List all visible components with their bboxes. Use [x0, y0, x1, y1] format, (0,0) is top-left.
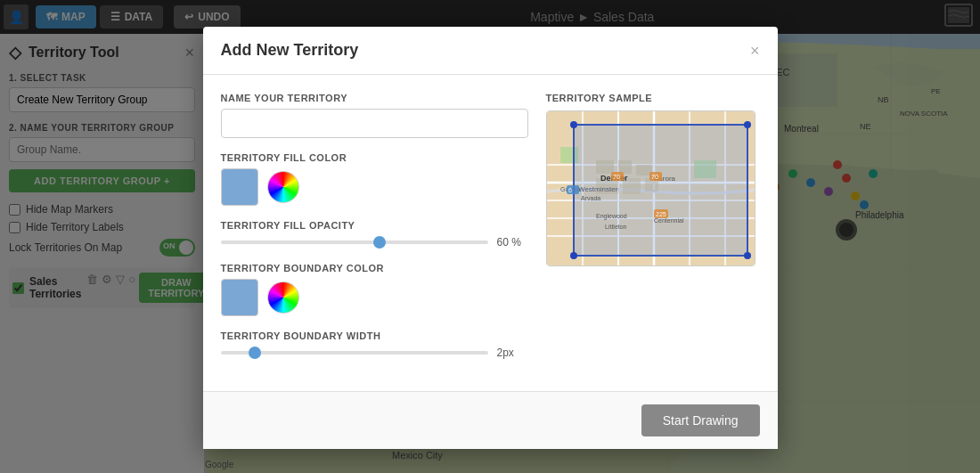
start-drawing-button[interactable]: Start Drawing [641, 404, 760, 436]
fill-opacity-slider-container: 60 % [221, 236, 528, 249]
svg-point-57 [570, 252, 577, 259]
svg-text:Centennial: Centennial [654, 217, 684, 224]
modal-title: Add New Territory [221, 41, 359, 60]
svg-point-55 [570, 121, 577, 128]
svg-point-56 [744, 121, 751, 128]
boundary-color-label: TERRITORY BOUNDARY COLOR [221, 263, 528, 273]
modal-header: Add New Territory × [203, 27, 778, 75]
svg-text:6: 6 [568, 187, 572, 193]
territory-sample-label: TERRITORY SAMPLE [546, 93, 760, 103]
territory-sample-map: Westminster Arvada Denver Aurora Golden … [546, 110, 755, 266]
boundary-width-label: TERRITORY BOUNDARY WIDTH [221, 330, 528, 341]
fill-color-wheel[interactable] [267, 171, 299, 203]
modal-left-column: NAME YOUR TERRITORY TERRITORY FILL COLOR… [221, 93, 528, 373]
modal-right-column: TERRITORY SAMPLE [546, 93, 760, 373]
svg-text:Arvada: Arvada [581, 195, 600, 201]
fill-opacity-slider-row: 60 % [221, 236, 528, 249]
fill-color-swatch[interactable] [221, 168, 258, 206]
boundary-color-row [221, 279, 528, 316]
start-drawing-btn-label: Start Drawing [663, 413, 739, 428]
boundary-width-slider[interactable] [221, 351, 488, 355]
territory-name-field-label: NAME YOUR TERRITORY [221, 93, 528, 103]
svg-text:Littleton: Littleton [605, 224, 627, 230]
fill-color-label: TERRITORY FILL COLOR [221, 152, 528, 163]
fill-opacity-slider[interactable] [221, 241, 488, 244]
territory-name-input[interactable] [221, 109, 528, 138]
boundary-color-swatch[interactable] [221, 279, 258, 316]
svg-text:Englewood: Englewood [596, 213, 627, 220]
fill-opacity-label: TERRITORY FILL OPACITY [221, 220, 528, 231]
modal-overlay: Add New Territory × NAME YOUR TERRITORY … [0, 0, 980, 473]
fill-opacity-value: 60 % [497, 236, 528, 249]
boundary-width-slider-container: 2px [221, 347, 528, 359]
modal-footer: Start Drawing [203, 391, 778, 449]
svg-text:Westminster: Westminster [578, 185, 618, 193]
modal-body: NAME YOUR TERRITORY TERRITORY FILL COLOR… [203, 75, 778, 391]
modal-close-button[interactable]: × [750, 43, 760, 59]
boundary-color-wheel[interactable] [267, 281, 299, 314]
add-territory-modal: Add New Territory × NAME YOUR TERRITORY … [203, 27, 778, 449]
fill-color-row [221, 168, 528, 206]
svg-text:70: 70 [613, 174, 620, 180]
boundary-width-slider-row: 2px [221, 347, 528, 359]
svg-text:70: 70 [651, 174, 658, 180]
svg-point-58 [744, 252, 751, 259]
boundary-width-value: 2px [497, 347, 528, 359]
svg-text:225: 225 [656, 211, 666, 217]
